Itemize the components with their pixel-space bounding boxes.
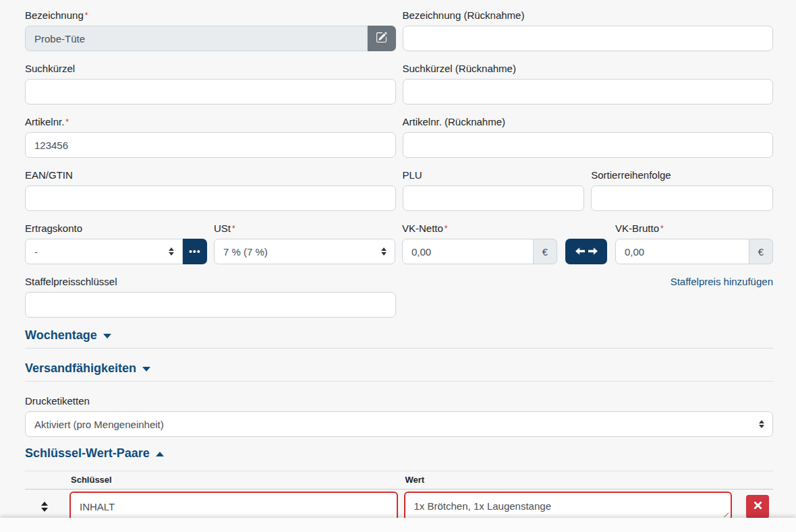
plu-label-text: PLU: [403, 169, 422, 181]
key-column-header: Schlüssel: [69, 475, 398, 485]
sortierreihenfolge-label-text: Sortierreihenfolge: [591, 169, 671, 181]
kv-key-input[interactable]: [69, 492, 398, 521]
required-marker: *: [660, 224, 664, 233]
field-staffelpreisschluessel: Staffelpreisschlüssel: [25, 275, 396, 318]
ean-gtin-label-text: EAN/GTIN: [25, 169, 73, 181]
section-toggle-schluessel-wert-paare[interactable]: Schlüssel-Wert-Paare: [25, 446, 773, 460]
ust-label-text: USt: [214, 223, 231, 234]
field-drucketiketten: Drucketiketten Aktiviert (pro Mengeneinh…: [25, 394, 773, 437]
field-ean-gtin: EAN/GTIN: [25, 169, 396, 211]
field-suchkuerzel-ruecknahme: Suchkürzel (Rücknahme): [403, 62, 774, 105]
vk-netto-input[interactable]: [402, 239, 534, 264]
staffelpreisschluessel-input[interactable]: [25, 292, 396, 318]
vk-brutto-input[interactable]: [615, 239, 749, 264]
staffelpreis-link-cell: Staffelpreis hinzufügen: [403, 275, 774, 318]
euro-addon: €: [534, 239, 557, 264]
field-ust: USt* 7 % (7 %): [214, 222, 395, 264]
divider: [25, 348, 773, 349]
artikelnr-ruecknahme-label: Artikelnr. (Rücknahme): [403, 115, 774, 129]
bezeichnung-label: Bezeichnung*: [25, 9, 396, 22]
ertragskonto-more-button[interactable]: •••: [183, 239, 207, 264]
plu-label: PLU: [403, 169, 585, 182]
section-title-versandfaehigkeiten: Versandfähigkeiten: [25, 361, 136, 375]
suchkuerzel-ruecknahme-label-text: Suchkürzel (Rücknahme): [403, 63, 516, 74]
suchkuerzel-label-text: Suchkürzel: [25, 63, 75, 74]
swap-cell: [557, 222, 615, 264]
bezeichnung-ruecknahme-input[interactable]: [403, 26, 774, 51]
euro-addon: €: [749, 239, 773, 264]
section-title-schluessel-wert-paare: Schlüssel-Wert-Paare: [25, 446, 150, 460]
drag-handle-icon[interactable]: [41, 502, 48, 512]
ean-gtin-label: EAN/GTIN: [25, 169, 396, 182]
x-icon: [754, 501, 762, 512]
plu-input[interactable]: [403, 185, 585, 211]
field-bezeichnung: Bezeichnung*: [25, 9, 396, 51]
field-vk-netto: VK-Netto* €: [402, 222, 557, 264]
delete-row-button[interactable]: [746, 495, 769, 519]
staffelpreisschluessel-label: Staffelpreisschlüssel: [25, 275, 396, 289]
bezeichnung-label-text: Bezeichnung: [25, 9, 84, 21]
ertragskonto-select[interactable]: -: [25, 239, 183, 264]
ust-select[interactable]: 7 % (7 %): [214, 239, 395, 264]
artikelnr-label-text: Artikelnr.: [25, 116, 64, 127]
edit-bezeichnung-button[interactable]: [368, 26, 396, 51]
vk-brutto-label-text: VK-Brutto: [615, 223, 659, 234]
staffelpreis-hinzufuegen-link[interactable]: Staffelpreis hinzufügen: [403, 275, 774, 289]
required-marker: *: [445, 224, 448, 233]
caret-down-icon: [142, 367, 150, 372]
vk-brutto-label: VK-Brutto*: [615, 222, 773, 235]
field-ertragskonto: Ertragskonto - •••: [25, 222, 207, 264]
arrow-right-icon: [588, 247, 598, 257]
field-plu: PLU: [403, 169, 585, 211]
arrow-left-icon: [575, 247, 585, 257]
bezeichnung-ruecknahme-label: Bezeichnung (Rücknahme): [403, 9, 774, 22]
artikelnr-label: Artikelnr.*: [25, 115, 396, 129]
field-sortierreihenfolge: Sortierreihenfolge: [591, 169, 773, 211]
sortierreihenfolge-label: Sortierreihenfolge: [591, 169, 773, 182]
ean-gtin-input[interactable]: [25, 185, 396, 211]
section-title-wochentage: Wochentage: [25, 328, 97, 342]
caret-down-icon: [103, 334, 111, 338]
pencil-square-icon: [376, 32, 387, 45]
field-vk-brutto: VK-Brutto* €: [615, 222, 773, 264]
artikelnr-ruecknahme-input[interactable]: [403, 132, 774, 158]
section-toggle-versandfaehigkeiten[interactable]: Versandfähigkeiten: [25, 361, 773, 375]
field-artikelnr-ruecknahme: Artikelnr. (Rücknahme): [403, 115, 774, 158]
artikelnr-ruecknahme-label-text: Artikelnr. (Rücknahme): [403, 116, 506, 127]
staffelpreisschluessel-label-text: Staffelpreisschlüssel: [25, 276, 117, 287]
ust-label: USt*: [214, 222, 395, 235]
article-form: Bezeichnung* Bezeichnung (Rücknahme) Suc…: [0, 0, 796, 532]
field-artikelnr: Artikelnr.*: [25, 115, 396, 158]
ertragskonto-label-text: Ertragskonto: [25, 223, 82, 234]
suchkuerzel-label: Suchkürzel: [25, 62, 396, 76]
suchkuerzel-ruecknahme-input[interactable]: [403, 79, 774, 105]
bezeichnung-input[interactable]: [25, 26, 368, 51]
swap-netto-brutto-button[interactable]: [565, 239, 607, 264]
divider: [25, 381, 773, 382]
section-toggle-wochentage[interactable]: Wochentage: [25, 328, 773, 342]
suchkuerzel-ruecknahme-label: Suchkürzel (Rücknahme): [403, 62, 774, 76]
key-value-table-header: Schlüssel Wert: [25, 471, 773, 490]
field-bezeichnung-ruecknahme: Bezeichnung (Rücknahme): [403, 9, 774, 51]
bezeichnung-ruecknahme-label-text: Bezeichnung (Rücknahme): [403, 9, 525, 21]
required-marker: *: [232, 224, 235, 233]
sticky-footer-bar: [0, 518, 796, 532]
drucketiketten-label: Drucketiketten: [25, 394, 773, 408]
kv-value-textarea[interactable]: 1x Brötchen, 1x Laugenstange: [404, 492, 733, 521]
sortierreihenfolge-input[interactable]: [591, 185, 773, 211]
field-suchkuerzel: Suchkürzel: [25, 62, 396, 105]
drucketiketten-label-text: Drucketiketten: [25, 395, 90, 407]
suchkuerzel-input[interactable]: [25, 79, 396, 105]
required-marker: *: [85, 11, 88, 20]
vk-netto-label-text: VK-Netto: [402, 223, 443, 234]
drucketiketten-select[interactable]: Aktiviert (pro Mengeneinheit): [25, 411, 773, 437]
value-column-header: Wert: [404, 475, 733, 485]
ertragskonto-label: Ertragskonto: [25, 222, 207, 235]
artikelnr-input[interactable]: [25, 132, 396, 158]
required-marker: *: [65, 117, 69, 127]
caret-up-icon: [156, 452, 164, 456]
ellipsis-dots-icon: •••: [189, 247, 201, 256]
vk-netto-label: VK-Netto*: [402, 222, 557, 235]
